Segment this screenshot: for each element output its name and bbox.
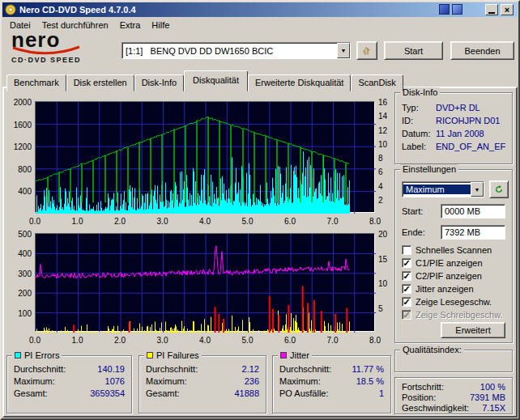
- checkbox-c2-pif[interactable]: ✓ C2/PIF anzeigen: [402, 270, 509, 282]
- chart-plot-area: [35, 101, 375, 213]
- stat-label: PO Ausfälle:: [279, 388, 379, 399]
- check-icon: ✓: [403, 298, 410, 306]
- axis-tick-label: 6.0: [282, 336, 298, 345]
- stat-label: Durchschnitt:: [14, 364, 97, 375]
- checkbox-box[interactable]: ✓: [402, 297, 411, 307]
- nero-logo-subtitle: CD·DVD SPEED: [11, 56, 125, 64]
- axis-tick-label: 3.0: [155, 336, 171, 345]
- checkbox-show-read-speed[interactable]: ✓ Zeige Lesegeschw.: [402, 296, 509, 308]
- stat-value: 41888: [234, 388, 259, 399]
- eject-disc-button[interactable]: [356, 41, 377, 60]
- checkbox-fast-scan[interactable]: ✓ Schnelles Scannen: [402, 244, 509, 256]
- axis-tick-label: 10: [378, 279, 391, 288]
- tab-disk-info[interactable]: Disk-Info: [134, 74, 184, 91]
- axis-tick-label: 3.0: [155, 217, 171, 226]
- axis-tick-label: 2: [378, 196, 391, 205]
- check-icon: ✓: [403, 272, 410, 280]
- tab-diskqualitaet[interactable]: Diskqualität: [184, 70, 248, 91]
- hand-disc-icon: [362, 45, 372, 57]
- progress-value: 100 %: [480, 382, 505, 392]
- start-field-label: Start:: [402, 206, 441, 216]
- close-button[interactable]: ×: [501, 4, 514, 15]
- tab-scandisk[interactable]: ScanDisk: [351, 74, 403, 91]
- quit-button[interactable]: Beenden: [450, 41, 514, 60]
- refresh-arrows-icon: [495, 184, 503, 195]
- stat-value: 1076: [105, 376, 125, 387]
- checkbox-label: Schnelles Scannen: [416, 245, 492, 255]
- end-field[interactable]: 7392 MB: [441, 225, 505, 240]
- jitter-legend-chip: [280, 352, 287, 358]
- pi-failures-legend-chip: [147, 352, 153, 358]
- checkbox-label: C1/PIE anzeigen: [416, 258, 483, 268]
- disk-type-label: Typ:: [402, 103, 436, 113]
- app-icon: [5, 4, 16, 15]
- stat-label: Maximum:: [279, 376, 356, 387]
- titlebar-badge-icon: [452, 4, 462, 15]
- chevron-down-icon[interactable]: ▼: [471, 182, 484, 197]
- menu-extra[interactable]: Extra: [114, 19, 147, 32]
- axis-tick-label: 2000: [6, 98, 32, 107]
- disk-label-value: END_OF_AN_EF: [436, 142, 505, 152]
- stat-value: 11.77 %: [352, 364, 384, 375]
- speed-select-value: Maximum: [403, 185, 471, 194]
- advanced-button[interactable]: Erweitert: [441, 322, 505, 338]
- stat-value: 1: [379, 388, 384, 399]
- axis-tick-label: 300: [6, 269, 32, 278]
- check-icon: ✓: [403, 311, 410, 319]
- drive-select-value: [1:1] BENQ DVD DD DW1650 BCIC: [122, 46, 337, 56]
- start-button[interactable]: Start: [384, 41, 443, 60]
- speed-select[interactable]: Maximum ▼: [402, 181, 484, 197]
- settings-panel: Einstellungen Maximum ▼ Start: 0000 MB E…: [394, 169, 513, 343]
- diskqualitaet-page: 2000160012008004001614121086420.01.02.03…: [2, 87, 518, 418]
- window-title: Nero CD-DVD Speed 4.7.0.4: [19, 5, 136, 15]
- titlebar[interactable]: Nero CD-DVD Speed 4.7.0.4 ×: [2, 2, 518, 17]
- checkbox-jitter[interactable]: ✓ Jitter anzeigen: [402, 283, 509, 295]
- check-icon: ✓: [403, 259, 410, 267]
- pi-failures-stats-panel: PI Failures Durchschnitt:2.12 Maximum:23…: [139, 355, 266, 414]
- minimize-button[interactable]: [485, 4, 498, 15]
- start-field[interactable]: 0000 MB: [441, 204, 505, 218]
- stat-label: Durchschnitt:: [146, 364, 242, 375]
- checkbox-box[interactable]: ✓: [402, 258, 411, 268]
- quality-index-panel: Qualitätsindex:: [394, 350, 513, 372]
- axis-tick-label: 4.0: [197, 217, 213, 226]
- axis-tick-label: 0.0: [27, 217, 43, 226]
- tab-benchmark[interactable]: Benchmark: [6, 74, 66, 91]
- axis-tick-label: 8.0: [367, 336, 383, 345]
- drive-select[interactable]: [1:1] BENQ DVD DD DW1650 BCIC ▼: [121, 42, 351, 59]
- stat-label: Gesamt:: [146, 388, 234, 399]
- pi-failures-stats-title: PI Failures: [156, 350, 199, 360]
- axis-tick-label: 1.0: [70, 336, 86, 345]
- checkbox-box[interactable]: ✓: [402, 284, 411, 294]
- disk-label-label: Label:: [402, 142, 436, 152]
- stat-label: Gesamt:: [14, 388, 90, 399]
- axis-tick-label: 200: [6, 289, 32, 298]
- tab-erweiterte-diskqualitaet[interactable]: Erweiterte Diskqualität: [248, 74, 351, 91]
- checkbox-box[interactable]: ✓: [402, 271, 411, 281]
- axis-tick-label: 0.0: [27, 336, 43, 345]
- jitter-stats-panel: Jitter Durchschnitt:11.77 % Maximum:18.5…: [272, 355, 391, 414]
- axis-tick-label: 10: [378, 140, 391, 149]
- disk-id-value: RICOHJPN D01: [436, 116, 505, 126]
- refresh-button[interactable]: [489, 180, 509, 198]
- disk-date-label: Datum:: [402, 129, 436, 139]
- checkbox-c1-pie[interactable]: ✓ C1/PIE anzeigen: [402, 257, 509, 269]
- checkbox-box[interactable]: ✓: [402, 310, 411, 320]
- pi-failures-jitter-chart: 50040030020010020151050.01.02.03.04.05.0…: [6, 227, 393, 347]
- disk-type-value: DVD+R DL: [436, 103, 505, 113]
- minimize-icon: [488, 12, 495, 14]
- axis-tick-label: 15: [378, 255, 391, 264]
- end-field-value: 7392 MB: [445, 227, 480, 237]
- pi-errors-chart: 2000160012008004001614121086420.01.02.03…: [6, 95, 393, 227]
- checkbox-show-write-speed[interactable]: ✓ Zeige Schreibgeschw.: [402, 309, 509, 320]
- disk-id-label: ID:: [402, 116, 436, 126]
- chevron-down-icon[interactable]: ▼: [337, 43, 350, 58]
- jitter-stats-title: Jitter: [290, 350, 309, 360]
- axis-tick-label: 1.0: [70, 217, 86, 226]
- menu-hilfe[interactable]: Hilfe: [146, 19, 175, 32]
- stat-label: Durchschnitt:: [279, 364, 352, 375]
- tab-disk-erstellen[interactable]: Disk erstellen: [66, 74, 134, 91]
- titlebar-badge-icon: [439, 4, 450, 15]
- checkbox-box[interactable]: ✓: [402, 245, 411, 255]
- app-window: Nero CD-DVD Speed 4.7.0.4 × Datei Test d…: [0, 0, 520, 420]
